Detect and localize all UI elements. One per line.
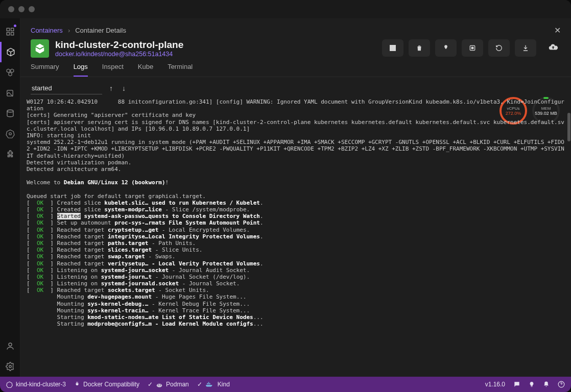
podman-icon <box>156 381 163 387</box>
chat-icon <box>513 381 520 388</box>
scroll-up-icon[interactable]: ↑ <box>107 83 115 93</box>
status-help[interactable] <box>558 381 565 388</box>
svg-point-6 <box>9 133 11 135</box>
help-icon <box>558 381 565 388</box>
scrollbar-thumb[interactable] <box>567 113 570 141</box>
breadcrumb: Containers › Container Details ✕ <box>20 18 571 36</box>
svg-point-14 <box>160 384 161 385</box>
log-output[interactable]: W0127 10:26:42.042910 88 initconfigurati… <box>20 97 571 377</box>
status-bulb[interactable] <box>529 381 535 388</box>
check-icon: ✓ <box>148 381 153 388</box>
window-minimize-dot[interactable] <box>18 6 25 12</box>
delete-button[interactable] <box>409 39 430 57</box>
sidebar-item-images[interactable] <box>0 83 20 103</box>
svg-point-12 <box>157 384 162 387</box>
bell-icon <box>543 381 550 388</box>
status-version: v1.16.0 <box>485 381 505 388</box>
check-icon: ✓ <box>197 381 202 388</box>
svg-point-7 <box>9 343 12 346</box>
stop-button[interactable] <box>382 39 403 57</box>
sidebar-item-settings[interactable] <box>0 356 20 377</box>
tab-inspect[interactable]: Inspect <box>102 63 124 77</box>
tab-logs[interactable]: Logs <box>74 63 88 77</box>
svg-rect-0 <box>7 28 9 31</box>
log-filter-input[interactable] <box>31 82 102 94</box>
svg-point-5 <box>7 110 13 112</box>
deploy-button[interactable] <box>435 39 457 57</box>
tab-bar: Summary Logs Inspect Kube Terminal <box>20 59 571 77</box>
sidebar-item-volumes[interactable] <box>0 103 20 124</box>
kind-icon <box>205 381 215 387</box>
restart-button[interactable] <box>488 39 510 57</box>
svg-rect-1 <box>11 28 13 31</box>
svg-rect-11 <box>471 47 473 49</box>
sidebar <box>0 18 20 377</box>
window-zoom-dot[interactable] <box>29 6 35 12</box>
sidebar-item-dashboard[interactable] <box>0 21 20 42</box>
status-podman[interactable]: ✓ Podman <box>148 381 189 388</box>
window-close-dot[interactable] <box>8 6 14 12</box>
breadcrumb-root[interactable]: Containers <box>31 27 63 34</box>
sidebar-item-pods[interactable] <box>0 62 20 83</box>
title-bar <box>0 0 571 18</box>
svg-rect-3 <box>11 33 13 35</box>
k8s-icon <box>6 381 13 388</box>
sidebar-item-kubernetes[interactable] <box>0 124 20 144</box>
svg-rect-9 <box>390 45 396 51</box>
sidebar-item-extensions[interactable] <box>0 144 20 164</box>
download-button[interactable] <box>515 39 536 57</box>
breadcrumb-current: Container Details <box>75 27 126 34</box>
scroll-down-icon[interactable]: ↓ <box>120 83 128 93</box>
container-icon <box>31 39 49 58</box>
update-dot-icon <box>14 24 16 27</box>
tab-summary[interactable]: Summary <box>31 63 59 77</box>
svg-point-13 <box>158 384 159 385</box>
cloud-upload-icon[interactable] <box>545 39 561 55</box>
open-browser-button[interactable] <box>462 39 483 57</box>
chevron-right-icon: › <box>68 27 70 34</box>
status-kind[interactable]: ✓ Kind <box>197 381 230 388</box>
status-feedback[interactable] <box>513 381 520 388</box>
sidebar-item-containers[interactable] <box>0 42 20 62</box>
svg-point-8 <box>9 365 11 368</box>
page-title: kind-cluster-2-control-plane <box>55 39 183 51</box>
sidebar-item-account[interactable] <box>0 336 20 356</box>
close-panel-button[interactable]: ✕ <box>554 26 561 35</box>
status-bar: kind-kind-cluster-3 Docker Compatibility… <box>0 377 571 392</box>
page-subtitle[interactable]: docker.io/kindest/node@sha256:51a1434 <box>55 51 183 58</box>
svg-rect-2 <box>7 33 9 35</box>
bulb-icon <box>529 381 535 388</box>
status-notifications[interactable] <box>543 381 550 388</box>
tab-kube[interactable]: Kube <box>138 63 153 77</box>
tab-terminal[interactable]: Terminal <box>168 63 193 77</box>
status-docker-compat[interactable]: Docker Compatibility <box>74 381 139 388</box>
status-context[interactable]: kind-kind-cluster-3 <box>6 381 66 388</box>
plug-icon <box>74 381 80 387</box>
